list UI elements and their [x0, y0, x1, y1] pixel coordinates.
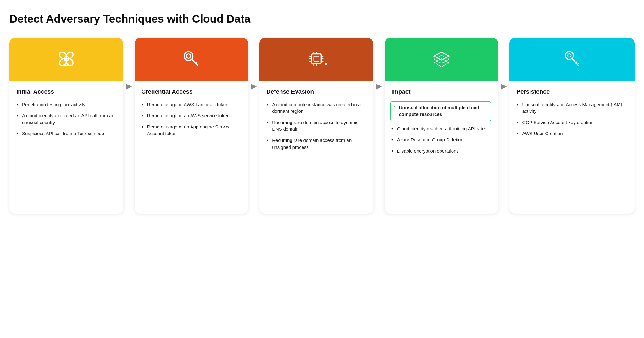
- list-item: A cloud identity executed an API call fr…: [16, 112, 116, 126]
- list-item: Remote usage of an AWS service token: [142, 112, 242, 119]
- card-list-impact: Unusual allocation of multiple cloud com…: [391, 101, 491, 155]
- card-header-initial-access: [9, 38, 123, 81]
- card-initial-access: Initial AccessPenetration testing tool a…: [9, 38, 123, 214]
- card-body-defense-evasion: Defense EvasionA cloud compute instance …: [259, 81, 373, 163]
- card-impact: ImpactUnusual allocation of multiple clo…: [385, 38, 498, 214]
- page-title: Detect Adversary Techniques with Cloud D…: [9, 13, 635, 25]
- card-header-persistence: [509, 38, 635, 81]
- list-item: AWS User Creation: [516, 130, 628, 137]
- column-defense-evasion: Defense EvasionA cloud compute instance …: [259, 38, 385, 214]
- layers-icon: [430, 48, 452, 72]
- column-persistence: PersistenceUnusual Identity and Access M…: [509, 38, 635, 214]
- arrow-icon: ▶: [373, 38, 385, 90]
- list-item: Azure Resource Group Deletion: [391, 137, 491, 144]
- card-title-defense-evasion: Defense Evasion: [266, 88, 366, 96]
- list-item: Penetration testing tool activity: [16, 101, 116, 108]
- list-item: Recurring rare domain access to dynamic …: [266, 119, 366, 133]
- svg-point-29: [568, 54, 571, 57]
- card-header-impact: [385, 38, 498, 81]
- column-credential-access: Credential AccessRemote usage of AWS Lam…: [135, 38, 260, 214]
- card-header-defense-evasion: [259, 38, 373, 81]
- list-item: Unusual allocation of multiple cloud com…: [390, 101, 491, 121]
- column-impact: ImpactUnusual allocation of multiple clo…: [385, 38, 510, 214]
- svg-rect-24: [325, 63, 327, 65]
- card-body-initial-access: Initial AccessPenetration testing tool a…: [9, 81, 123, 149]
- card-header-credential-access: [135, 38, 248, 81]
- list-item: Remote usage of an App engine Service Ac…: [142, 124, 242, 137]
- svg-rect-10: [312, 54, 321, 64]
- card-credential-access: Credential AccessRemote usage of AWS Lam…: [135, 38, 248, 214]
- list-item: Cloud identity reached a throttling API …: [391, 126, 491, 133]
- chip-icon: [305, 48, 327, 72]
- list-item: GCP Service Account key creation: [516, 119, 628, 126]
- list-item: Suspicious API call from a Tor exit node: [16, 130, 116, 137]
- biohazard-icon: [55, 48, 77, 72]
- card-body-impact: ImpactUnusual allocation of multiple clo…: [385, 81, 498, 166]
- list-item: A cloud compute instance was created in …: [266, 101, 366, 115]
- card-title-credential-access: Credential Access: [142, 88, 242, 96]
- list-item: Disable encryption operations: [391, 148, 491, 155]
- card-title-persistence: Persistence: [516, 88, 628, 96]
- card-persistence: PersistenceUnusual Identity and Access M…: [509, 38, 635, 214]
- svg-marker-26: [434, 56, 449, 63]
- card-list-persistence: Unusual Identity and Access Management (…: [516, 101, 628, 137]
- card-body-persistence: PersistenceUnusual Identity and Access M…: [509, 81, 635, 149]
- key-icon: [180, 48, 202, 72]
- svg-point-1: [65, 57, 68, 60]
- card-defense-evasion: Defense EvasionA cloud compute instance …: [259, 38, 373, 214]
- columns-wrapper: Initial AccessPenetration testing tool a…: [9, 38, 635, 214]
- card-list-defense-evasion: A cloud compute instance was created in …: [266, 101, 366, 151]
- arrow-icon: ▶: [248, 38, 259, 90]
- arrow-icon: ▶: [123, 38, 135, 90]
- card-list-credential-access: Remote usage of AWS Lambda's tokenRemote…: [142, 101, 242, 137]
- list-item: Unusual Identity and Access Management (…: [516, 101, 628, 115]
- svg-rect-11: [314, 56, 319, 62]
- column-initial-access: Initial AccessPenetration testing tool a…: [9, 38, 135, 214]
- card-title-impact: Impact: [391, 88, 491, 96]
- list-item: Remote usage of AWS Lambda's token: [142, 101, 242, 108]
- card-body-credential-access: Credential AccessRemote usage of AWS Lam…: [135, 81, 248, 149]
- list-item: Recurring rare domain access from an uns…: [266, 137, 366, 151]
- arrow-icon: ▶: [498, 38, 509, 90]
- card-title-initial-access: Initial Access: [16, 88, 116, 96]
- card-list-initial-access: Penetration testing tool activityA cloud…: [16, 101, 116, 137]
- key2-icon: [561, 48, 583, 72]
- svg-point-6: [186, 54, 191, 58]
